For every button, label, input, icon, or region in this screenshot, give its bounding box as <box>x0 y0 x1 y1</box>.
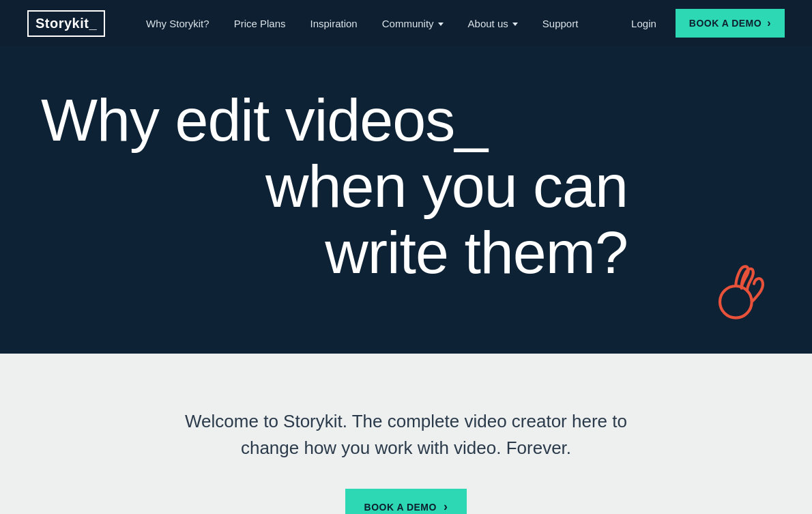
nav-link-why-storykit[interactable]: Why Storykit? <box>146 18 209 29</box>
hero-line-3: write them? <box>41 220 628 286</box>
swirl-decorative-icon <box>703 262 771 333</box>
hero-line-2: when you can <box>41 154 628 220</box>
welcome-text: Welcome to Storykit. The complete video … <box>154 408 658 461</box>
login-link[interactable]: Login <box>631 18 656 29</box>
chevron-down-icon <box>512 23 518 26</box>
nav-right: Login BOOK A DEMO › <box>631 9 785 38</box>
nav-link-price-plans[interactable]: Price Plans <box>234 18 286 29</box>
nav-links: Why Storykit? Price Plans Inspiration Co… <box>146 18 631 29</box>
book-demo-main-button[interactable]: BOOK A DEMO › <box>345 489 467 514</box>
nav-link-community[interactable]: Community <box>382 18 444 29</box>
nav-link-about-us[interactable]: About us <box>468 18 518 29</box>
bottom-section: Welcome to Storykit. The complete video … <box>0 354 812 514</box>
chevron-down-icon <box>438 23 444 26</box>
navbar: Storykit_ Why Storykit? Price Plans Insp… <box>0 0 812 46</box>
nav-link-inspiration[interactable]: Inspiration <box>310 18 358 29</box>
logo-text[interactable]: Storykit_ <box>27 10 105 37</box>
arrow-right-icon: › <box>444 500 448 514</box>
hero-line-1: Why edit videos_ <box>41 87 655 154</box>
logo[interactable]: Storykit_ <box>27 10 105 37</box>
book-demo-button[interactable]: BOOK A DEMO › <box>676 9 785 38</box>
arrow-right-icon: › <box>767 17 771 29</box>
hero-section: Why edit videos_ when you can write them… <box>0 46 812 354</box>
nav-link-support[interactable]: Support <box>542 18 579 29</box>
hero-headline: Why edit videos_ when you can write them… <box>41 87 655 285</box>
